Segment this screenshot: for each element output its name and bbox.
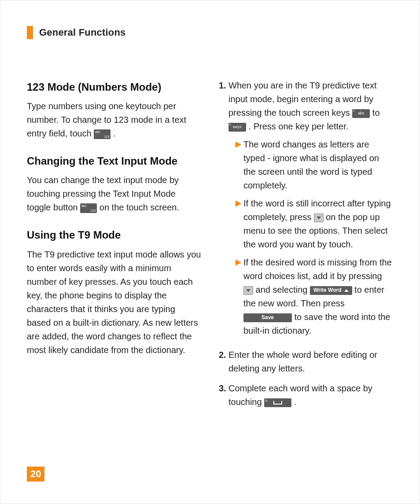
- dropdown-icon: [243, 286, 253, 295]
- header-accent-bar: [27, 26, 33, 39]
- sub-bullet: ▶ If the word is still incorrect after t…: [236, 197, 393, 251]
- icon-label-top: abc: [95, 130, 100, 133]
- manual-page: General Functions 123 Mode (Numbers Mode…: [0, 0, 420, 504]
- chevron-down-icon: [246, 289, 251, 292]
- heading-123-mode: 123 Mode (Numbers Mode): [27, 79, 201, 95]
- space-glyph-icon: [273, 401, 282, 405]
- heading-t9-mode: Using the T9 Mode: [27, 227, 201, 243]
- chevron-down-icon: [317, 217, 321, 219]
- page-number: 20: [27, 467, 44, 482]
- step-number: 3.: [219, 382, 228, 409]
- icon-label-bottom: 123: [91, 209, 96, 212]
- step-number: 2.: [219, 348, 228, 375]
- arrow-icon: ▶: [236, 197, 243, 251]
- step-2: 2. Enter the whole word before editing o…: [219, 348, 393, 375]
- icon-label-top: abc: [81, 204, 86, 207]
- paragraph-change-input-mode: You can change the text input mode by to…: [27, 173, 201, 214]
- dropdown-icon: [314, 213, 324, 222]
- abc-key-icon: 2 abc: [352, 109, 370, 118]
- step-body: Complete each word with a space by touch…: [228, 382, 393, 409]
- text: . Press one key per letter.: [249, 121, 349, 131]
- icon-label-bottom: 123: [104, 135, 110, 138]
- sub-bullet: ▶ If the desired word is missing from th…: [236, 256, 393, 338]
- chevron-up-icon: [344, 289, 349, 292]
- button-label: Write Word: [313, 286, 342, 294]
- page-header: General Functions: [27, 26, 393, 39]
- paragraph-t9-mode: The T9 predictive text input mode allows…: [27, 248, 201, 357]
- arrow-icon: ▶: [236, 256, 243, 338]
- step-body: When you are in the T9 predictive text i…: [228, 79, 393, 342]
- write-word-button-icon: Write Word: [310, 286, 352, 295]
- abc123-key-icon: abc 123: [94, 129, 111, 139]
- space-key-icon: 0: [264, 398, 291, 407]
- key-label: wxyz: [233, 125, 242, 129]
- text: If the desired word is missing from the …: [243, 256, 393, 338]
- text: If the word is still incorrect after typ…: [243, 197, 393, 251]
- step-number: 1.: [219, 79, 228, 342]
- text: Complete each word with a space by touch…: [228, 383, 372, 407]
- paragraph-123-mode: Type numbers using one keytouch per numb…: [27, 99, 201, 140]
- heading-change-input-mode: Changing the Text Input Mode: [27, 153, 201, 169]
- key-superscript: 2: [353, 110, 354, 112]
- text: on the touch screen.: [99, 202, 179, 212]
- step-body: Enter the whole word before editing or d…: [228, 348, 393, 375]
- text: to: [372, 108, 380, 118]
- text: If the desired word is missing from the …: [243, 258, 392, 281]
- sub-bullet: ▶ The word changes as letters are typed …: [236, 138, 393, 192]
- key-superscript: 9: [229, 123, 231, 126]
- key-label: abc: [358, 111, 365, 115]
- arrow-icon: ▶: [236, 138, 243, 192]
- text: and selecting: [256, 285, 310, 294]
- step-3: 3. Complete each word with a space by to…: [219, 382, 393, 409]
- text: The word changes as letters are typed - …: [243, 138, 393, 192]
- key-superscript: 0: [265, 399, 267, 404]
- wxyz-key-icon: 9 wxyz: [228, 123, 246, 132]
- section-title: General Functions: [39, 27, 126, 38]
- step-1: 1. When you are in the T9 predictive tex…: [219, 79, 393, 342]
- content-columns: 123 Mode (Numbers Mode) Type numbers usi…: [27, 79, 393, 415]
- abc123-key-icon: abc 123: [80, 203, 97, 213]
- text: .: [113, 129, 116, 138]
- save-button-icon: Save: [243, 313, 292, 322]
- right-column: 1. When you are in the T9 predictive tex…: [219, 79, 393, 415]
- left-column: 123 Mode (Numbers Mode) Type numbers usi…: [27, 79, 201, 415]
- text: .: [294, 397, 297, 407]
